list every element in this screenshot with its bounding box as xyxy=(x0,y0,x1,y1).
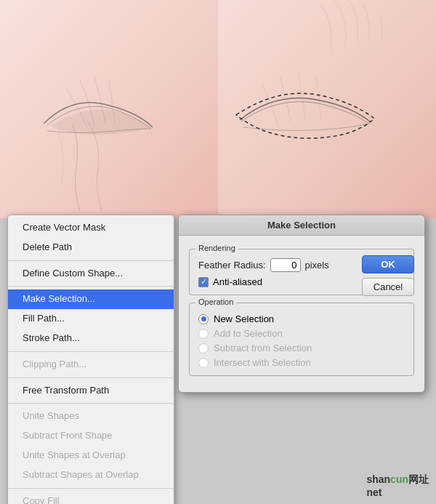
checkbox-check-mark: ✓ xyxy=(201,278,207,286)
feather-unit-label: pixels xyxy=(305,260,329,271)
dialog-content: Rendering Feather Radius: pixels ✓ Anti-… xyxy=(179,236,424,392)
cancel-button[interactable]: Cancel xyxy=(362,278,414,296)
separator-6 xyxy=(8,488,174,489)
menu-item-stroke-path[interactable]: Stroke Path... xyxy=(8,329,174,348)
menu-item-subtract-shapes-at-overlap: Subtract Shapes at Overlap xyxy=(8,465,174,485)
watermark-net: net xyxy=(366,487,382,498)
radio-subtract-from-selection: Subtract from Selection xyxy=(198,343,405,353)
dialog-title: Make Selection xyxy=(179,215,424,236)
radio-intersect-outer xyxy=(198,358,209,368)
menu-item-unite-shapes: Unite Shapes xyxy=(8,407,174,426)
feather-radius-label: Feather Radius: xyxy=(198,260,266,271)
menu-item-create-vector-mask[interactable]: Create Vector Mask xyxy=(8,218,174,238)
ok-button[interactable]: OK xyxy=(362,255,414,273)
radio-add-label: Add to Selection xyxy=(214,328,283,339)
operation-fieldset: Operation New Selection Add to Selection… xyxy=(189,303,414,376)
radio-subtract-label: Subtract from Selection xyxy=(214,343,312,353)
menu-item-free-transform-path[interactable]: Free Transform Path xyxy=(8,381,174,401)
separator-5 xyxy=(8,403,174,404)
radio-new-selection-label: New Selection xyxy=(214,313,274,324)
watermark-text3: 网址 xyxy=(408,473,429,485)
feather-radius-input[interactable] xyxy=(270,258,301,272)
bg-left xyxy=(0,0,218,218)
anti-alias-checkbox[interactable]: ✓ xyxy=(198,277,209,287)
menu-item-copy-fill: Copy Fill xyxy=(8,492,174,504)
separator-4 xyxy=(8,377,174,378)
menu-item-fill-path[interactable]: Fill Path... xyxy=(8,309,174,329)
radio-new-selection[interactable]: New Selection xyxy=(198,313,405,324)
menu-item-make-selection[interactable]: Make Selection... xyxy=(8,289,174,309)
radio-add-outer xyxy=(198,329,209,339)
watermark-cun: cun xyxy=(390,473,408,485)
watermark-shan: shan xyxy=(366,473,390,485)
radio-subtract-outer xyxy=(198,343,209,353)
rendering-legend: Rendering xyxy=(195,244,238,252)
radio-intersect-with-selection: Intersect with Selection xyxy=(198,357,405,368)
bg-right xyxy=(218,0,436,218)
dialog-buttons: OK Cancel xyxy=(362,255,414,296)
radio-add-to-selection: Add to Selection xyxy=(198,328,405,339)
watermark: shancun网址 net xyxy=(366,473,429,498)
menu-item-delete-path[interactable]: Delete Path xyxy=(8,238,174,257)
separator-1 xyxy=(8,260,174,261)
separator-2 xyxy=(8,286,174,287)
context-menu: Create Vector Mask Delete Path Define Cu… xyxy=(7,215,174,504)
radio-intersect-label: Intersect with Selection xyxy=(214,357,311,368)
separator-3 xyxy=(8,351,174,352)
background-area xyxy=(0,0,436,218)
menu-item-unite-shapes-at-overlap: Unite Shapes at Overlap xyxy=(8,446,174,465)
menu-item-clipping-path: Clipping Path... xyxy=(8,355,174,375)
menu-item-subtract-front-shape: Subtract Front Shape xyxy=(8,426,174,446)
radio-new-selection-inner xyxy=(201,316,206,321)
hair-sketch-right xyxy=(218,0,436,80)
make-selection-dialog: Make Selection Rendering Feather Radius:… xyxy=(178,215,425,393)
operation-legend: Operation xyxy=(195,297,236,306)
radio-new-selection-outer xyxy=(198,314,209,324)
menu-item-define-custom-shape[interactable]: Define Custom Shape... xyxy=(8,264,174,284)
anti-alias-label: Anti-aliased xyxy=(213,276,262,287)
face-sketch-left xyxy=(15,116,196,218)
